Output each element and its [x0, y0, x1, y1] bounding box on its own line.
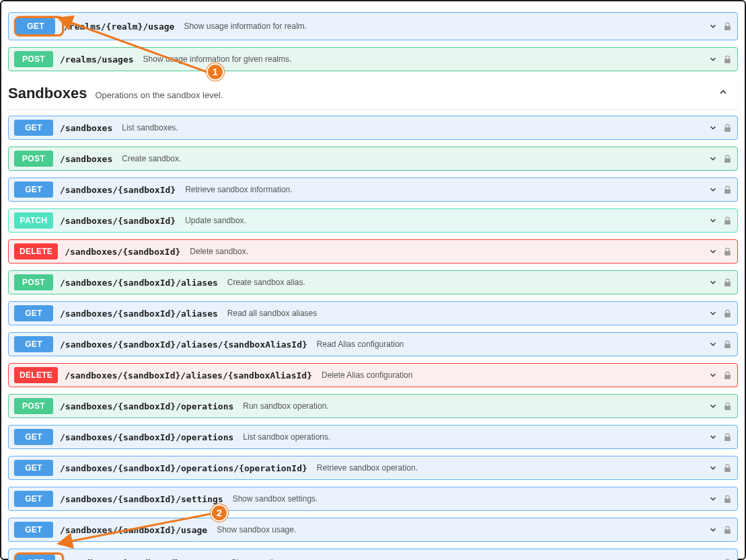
- endpoint-path: /realms/usages: [60, 54, 134, 65]
- chevron-down-icon[interactable]: [708, 494, 718, 504]
- section-desc: Operations on the sandbox level.: [95, 90, 223, 100]
- endpoint-path: /realms/{realm}/usage: [64, 22, 174, 32]
- endpoint-desc: List sandbox operations.: [243, 432, 330, 442]
- chevron-down-icon[interactable]: [708, 525, 718, 534]
- chevron-down-icon[interactable]: [708, 22, 718, 31]
- endpoint-row[interactable]: GET/sandboxes/{sandboxId}/aliases/{sandb…: [8, 332, 738, 356]
- endpoint-path: /sandboxes/{sandboxId}/operations/{opera…: [60, 463, 307, 473]
- endpoint-path: /sandboxes/{sandboxId}/aliases/{sandboxA…: [65, 370, 312, 381]
- endpoint-row[interactable]: POST/sandboxes/{sandboxId}/operationsRun…: [8, 394, 738, 418]
- lock-icon[interactable]: [723, 55, 732, 64]
- chevron-up-icon[interactable]: [718, 87, 729, 100]
- endpoint-row[interactable]: GET/sandboxes/{sandboxId}Retrieve sandbo…: [8, 177, 738, 202]
- lock-icon[interactable]: [723, 340, 732, 349]
- endpoint-row[interactable]: POST/sandboxes/{sandboxId}/aliasesCreate…: [8, 270, 738, 294]
- chevron-down-icon[interactable]: [708, 123, 718, 132]
- api-doc-frame: GET/realms/{realm}/usageShow usage infor…: [0, 0, 746, 560]
- endpoint-desc: Create sandbox alias.: [227, 278, 305, 287]
- http-method-badge: GET: [14, 120, 53, 136]
- http-method-badge: GET: [14, 429, 53, 445]
- lock-icon[interactable]: [723, 216, 732, 225]
- endpoint-row[interactable]: GET/sandboxes/{sandboxId}/settingsShow s…: [8, 487, 738, 511]
- http-method-badge: GET: [14, 336, 53, 352]
- section-header-sandboxes[interactable]: SandboxesOperations on the sandbox level…: [8, 78, 738, 109]
- chevron-down-icon[interactable]: [708, 339, 718, 349]
- endpoint-path: /sandboxes/{sandboxId}/usage: [60, 525, 207, 535]
- lock-icon[interactable]: [723, 124, 732, 132]
- endpoint-path: /sandboxes/{sandboxId}: [60, 216, 176, 226]
- lock-icon[interactable]: [723, 155, 732, 163]
- http-method-badge: GET: [16, 555, 55, 560]
- chevron-down-icon[interactable]: [708, 278, 718, 287]
- callout-1: 1: [207, 63, 224, 81]
- lock-icon[interactable]: [723, 22, 732, 31]
- endpoint-path: /sandboxes: [60, 154, 112, 164]
- endpoint-row[interactable]: DELETE/sandboxes/{sandboxId}/aliases/{sa…: [8, 363, 738, 387]
- http-method-badge: GET: [14, 460, 53, 476]
- endpoint-desc: Run sandbox operation.: [243, 401, 328, 411]
- http-method-badge: GET: [14, 305, 53, 321]
- chevron-down-icon[interactable]: [708, 463, 718, 473]
- http-method-badge: POST: [14, 398, 53, 414]
- chevron-down-icon[interactable]: [708, 309, 718, 318]
- chevron-down-icon[interactable]: [708, 185, 718, 194]
- endpoint-path: /sandboxes/{sandboxId}/settings: [60, 494, 223, 504]
- endpoint-desc: Update sandbox.: [185, 216, 246, 225]
- endpoint-desc: Create sandbox.: [122, 154, 181, 163]
- lock-icon[interactable]: [723, 278, 732, 287]
- http-method-badge: PATCH: [14, 212, 53, 229]
- endpoint-path: /sandboxes/{sandboxId}/operations: [60, 401, 233, 411]
- lock-icon[interactable]: [723, 309, 732, 318]
- lock-icon[interactable]: [723, 402, 732, 411]
- endpoint-desc: Read Alias configuration: [317, 339, 404, 349]
- lock-icon[interactable]: [723, 371, 732, 380]
- endpoint-row[interactable]: POST/sandboxesCreate sandbox.: [8, 147, 738, 171]
- callout-2: 2: [211, 504, 228, 522]
- lock-icon[interactable]: [723, 526, 732, 534]
- lock-icon[interactable]: [723, 247, 732, 256]
- endpoint-row[interactable]: GET/sandboxesList sandboxes.: [8, 116, 738, 140]
- endpoint-row[interactable]: GET/sandboxes/{sandboxId}/operationsList…: [8, 425, 738, 449]
- section-title: Sandboxes: [8, 85, 87, 102]
- lock-icon[interactable]: [723, 495, 732, 504]
- endpoint-desc: List sandboxes.: [122, 123, 178, 132]
- http-method-badge: GET: [14, 522, 53, 538]
- lock-icon[interactable]: [723, 186, 732, 194]
- endpoint-path: /sandboxes/{sandboxId}/aliases/{sandboxA…: [60, 339, 307, 350]
- endpoint-desc: Read all sandbox aliases: [227, 309, 317, 318]
- endpoint-path: /sandboxes/{sandboxId}/operations: [60, 432, 233, 442]
- endpoint-row[interactable]: POST/realms/usagesShow usage information…: [8, 47, 738, 71]
- endpoint-row[interactable]: DELETE/sandboxes/{sandboxId}Delete sandb…: [8, 239, 738, 264]
- endpoint-desc: Delete sandbox.: [190, 247, 248, 256]
- endpoint-row[interactable]: GET/sandboxes/{sandboxId}/operations/{op…: [8, 456, 738, 480]
- http-method-badge: GET: [16, 18, 55, 34]
- chevron-down-icon[interactable]: [708, 247, 718, 256]
- chevron-down-icon[interactable]: [708, 370, 718, 380]
- endpoint-path: /sandboxes/{sandboxId}/storage: [64, 558, 222, 561]
- endpoint-desc: Show usage information for given realms.: [143, 54, 292, 64]
- http-method-badge: GET: [14, 491, 53, 507]
- endpoint-desc: Retrieve sandbox operation.: [317, 463, 418, 473]
- endpoint-row[interactable]: GET/realms/{realm}/usageShow usage infor…: [8, 12, 738, 40]
- chevron-down-icon[interactable]: [708, 154, 718, 163]
- endpoint-desc: Show sandbox settings.: [233, 494, 318, 504]
- endpoint-row[interactable]: PATCH/sandboxes/{sandboxId}Update sandbo…: [8, 208, 738, 233]
- endpoint-desc: Show sandbox usage.: [217, 525, 296, 534]
- http-method-badge: DELETE: [14, 367, 58, 383]
- http-method-badge: POST: [14, 51, 53, 67]
- lock-icon[interactable]: [723, 433, 732, 442]
- chevron-down-icon[interactable]: [708, 54, 718, 64]
- endpoint-row[interactable]: GET/sandboxes/{sandboxId}/aliasesRead al…: [8, 301, 738, 325]
- endpoint-path: /sandboxes: [60, 123, 112, 133]
- endpoint-desc: Show usage information for realm.: [184, 22, 307, 31]
- http-method-badge: POST: [14, 274, 53, 290]
- chevron-down-icon[interactable]: [708, 401, 718, 411]
- http-method-badge: GET: [14, 182, 53, 198]
- endpoint-row[interactable]: GET/sandboxes/{sandboxId}/storageShow sa…: [8, 549, 738, 560]
- endpoint-path: /sandboxes/{sandboxId}/aliases: [60, 278, 218, 288]
- http-method-badge: DELETE: [14, 243, 58, 259]
- endpoint-row[interactable]: GET/sandboxes/{sandboxId}/usageShow sand…: [8, 518, 738, 542]
- chevron-down-icon[interactable]: [708, 216, 718, 225]
- chevron-down-icon[interactable]: [708, 432, 718, 442]
- lock-icon[interactable]: [723, 464, 732, 473]
